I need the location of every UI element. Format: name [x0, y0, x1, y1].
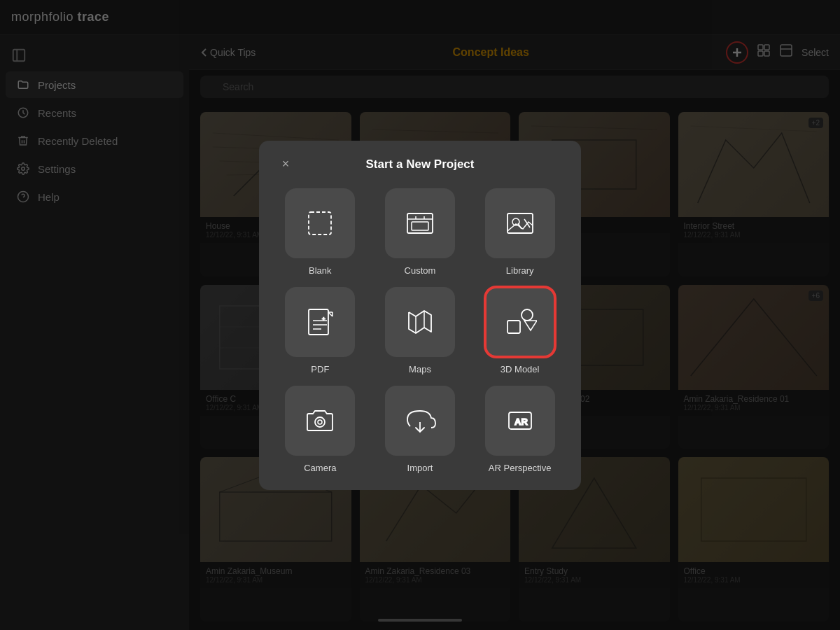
modal-grid: Blank Custom	[276, 188, 564, 473]
svg-text:+: +	[322, 316, 326, 322]
svg-rect-39	[309, 309, 328, 335]
modal-icon-box-custom	[385, 188, 455, 258]
library-icon	[503, 206, 537, 240]
modal-item-custom[interactable]: Custom	[376, 188, 465, 276]
svg-rect-37	[507, 214, 533, 233]
ar-icon: AR	[503, 404, 537, 438]
modal-item-label-maps: Maps	[409, 364, 431, 374]
modal-icon-box-library	[485, 188, 555, 258]
3dmodel-icon	[503, 305, 537, 339]
modal-item-label-camera: Camera	[304, 463, 336, 473]
modal-header: × Start a New Project	[276, 158, 564, 172]
svg-point-51	[315, 417, 325, 427]
maps-icon	[403, 305, 437, 339]
modal-item-label-ar: AR Perspective	[489, 463, 552, 473]
custom-icon	[403, 206, 437, 240]
modal-item-label-import: Import	[407, 463, 433, 473]
modal-icon-box-camera	[285, 386, 355, 456]
modal-item-label-blank: Blank	[309, 265, 332, 276]
svg-rect-34	[412, 222, 428, 230]
pdf-icon: +	[303, 305, 337, 339]
svg-point-52	[318, 420, 322, 424]
modal-icon-box-maps	[385, 287, 455, 357]
modal-item-ar[interactable]: AR AR Perspective	[475, 386, 564, 473]
modal-item-import[interactable]: Import	[376, 386, 465, 473]
modal-item-label-library: Library	[506, 265, 534, 276]
svg-rect-31	[309, 212, 331, 234]
modal-item-camera[interactable]: Camera	[276, 386, 365, 473]
modal-item-label-3dmodel: 3D Model	[500, 364, 540, 374]
modal-close-button[interactable]: ×	[276, 155, 295, 174]
svg-rect-49	[507, 321, 520, 333]
modal-item-3dmodel[interactable]: 3D Model	[475, 287, 564, 374]
modal-item-library[interactable]: Library	[475, 188, 564, 276]
modal-item-pdf[interactable]: + PDF	[276, 287, 365, 374]
modal-icon-box-pdf: +	[285, 287, 355, 357]
modal-item-label-custom: Custom	[405, 265, 436, 276]
modal-item-maps[interactable]: Maps	[376, 287, 465, 374]
modal-overlay[interactable]: × Start a New Project Blank	[0, 0, 840, 630]
svg-point-50	[522, 309, 533, 321]
import-icon	[403, 404, 437, 438]
svg-text:AR: AR	[514, 416, 528, 427]
modal-title: Start a New Project	[366, 158, 475, 172]
camera-icon	[303, 404, 337, 438]
modal-item-label-pdf: PDF	[311, 364, 329, 374]
modal-item-blank[interactable]: Blank	[276, 188, 365, 276]
blank-icon	[303, 206, 337, 240]
modal-icon-box-3dmodel	[485, 287, 555, 357]
modal-icon-box-import	[385, 386, 455, 456]
modal-icon-box-blank	[285, 188, 355, 258]
modal-icon-box-ar: AR	[485, 386, 555, 456]
new-project-modal: × Start a New Project Blank	[259, 141, 581, 490]
